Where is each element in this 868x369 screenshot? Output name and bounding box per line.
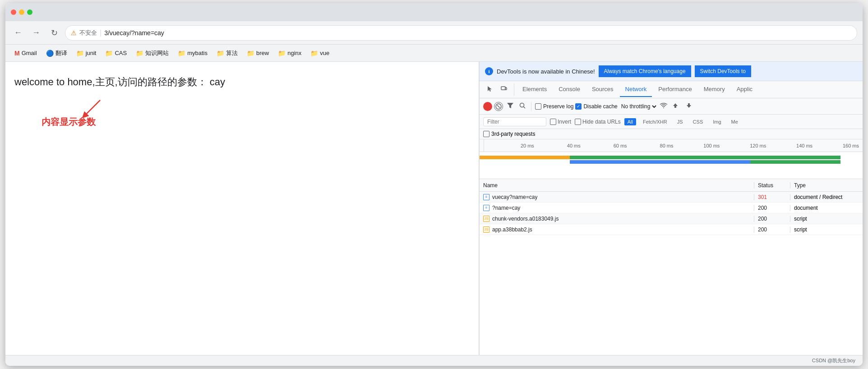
tick-80ms: 80 ms <box>627 143 674 148</box>
network-table: Name Status Type ≡ vuecay?name=cay 301 d… <box>480 179 863 355</box>
invert-checkbox[interactable] <box>550 119 556 125</box>
third-party-label[interactable]: 3rd-party requests <box>483 131 535 137</box>
forward-button[interactable]: → <box>29 26 43 40</box>
bookmark-mybatis[interactable]: 📁 mybatis <box>174 48 211 59</box>
url-display: 3/vuecay/?name=cay <box>104 29 164 37</box>
disable-cache-checkbox[interactable]: ✓ <box>575 103 582 110</box>
hide-data-urls-label[interactable]: Hide data URLs <box>575 119 621 125</box>
tick-120ms: 120 ms <box>720 143 766 148</box>
folder-icon: 📁 <box>278 50 286 57</box>
folder-icon: 📁 <box>76 50 84 57</box>
switch-devtools-button[interactable]: Switch DevTools to <box>695 65 751 77</box>
filter-bar: Invert Hide data URLs All Fetch/XHR JS C… <box>480 115 863 129</box>
match-language-button[interactable]: Always match Chrome's language <box>599 65 691 77</box>
cell-name-3: JS chunk-vendors.a0183049.js <box>480 216 754 222</box>
cell-status-2: 200 <box>754 205 790 211</box>
devices-icon-button[interactable] <box>498 83 510 96</box>
upload-icon-button[interactable] <box>669 101 681 112</box>
tab-sources[interactable]: Sources <box>586 82 619 97</box>
preserve-log-checkbox-label[interactable]: Preserve log <box>535 103 573 110</box>
tick-60ms: 60 ms <box>581 143 627 148</box>
file-name-4: app.a38bbab2.js <box>492 226 532 233</box>
filter-js-button[interactable]: JS <box>674 118 686 125</box>
svg-point-6 <box>520 103 524 107</box>
online-icon <box>660 102 668 111</box>
tab-network[interactable]: Network <box>620 82 652 97</box>
filter-media-button[interactable]: Me <box>728 118 741 125</box>
filter-input[interactable] <box>483 117 546 126</box>
reload-button[interactable]: ↻ <box>47 26 61 40</box>
tab-performance[interactable]: Performance <box>653 82 697 97</box>
header-status: Status <box>754 182 790 189</box>
cursor-icon-button[interactable] <box>483 83 496 96</box>
throttle-select[interactable]: No throttling <box>619 103 658 110</box>
table-row[interactable]: ≡ vuecay?name=cay 301 document / Redirec… <box>480 192 863 203</box>
table-row[interactable]: JS app.a38bbab2.js 200 script <box>480 224 863 235</box>
cell-type-4: script <box>790 226 863 233</box>
security-text: 不安全 <box>79 29 97 37</box>
footer-bar: CSDN @凯先生boy <box>5 355 863 366</box>
filter-img-button[interactable]: Img <box>710 118 724 125</box>
filter-all-button[interactable]: All <box>624 118 636 125</box>
bookmark-gmail[interactable]: M Gmail <box>11 48 41 59</box>
file-name-3: chunk-vendors.a0183049.js <box>492 216 559 222</box>
timeline-bar-blue <box>570 160 750 164</box>
info-icon: i <box>485 67 493 75</box>
bookmark-translate[interactable]: 🔵 翻译 <box>42 47 71 59</box>
filter-button[interactable] <box>505 101 516 112</box>
filter-fetch-xhr-button[interactable]: Fetch/XHR <box>640 118 670 125</box>
disable-cache-checkbox-label[interactable]: ✓ Disable cache <box>575 103 617 110</box>
tab-memory[interactable]: Memory <box>698 82 730 97</box>
devtools-network-toolbar: Preserve log ✓ Disable cache No throttli… <box>480 98 863 115</box>
cell-type-1: document / Redirect <box>790 194 863 200</box>
tab-elements[interactable]: Elements <box>517 82 552 97</box>
preserve-log-checkbox[interactable] <box>535 103 541 110</box>
clear-button[interactable] <box>494 102 503 111</box>
bookmark-vue[interactable]: 📁 vue <box>307 48 333 59</box>
tick-40ms: 40 ms <box>534 143 581 148</box>
record-button[interactable] <box>483 102 492 111</box>
js-icon: JS <box>483 216 489 222</box>
preserve-log-text: Preserve log <box>543 103 573 110</box>
download-icon-button[interactable] <box>683 101 695 112</box>
doc-icon: ≡ <box>483 194 489 200</box>
table-header: Name Status Type <box>480 179 863 192</box>
filter-css-button[interactable]: CSS <box>690 118 706 125</box>
bookmark-cas[interactable]: 📁 CAS <box>102 48 130 59</box>
timeline-bar-green <box>570 156 840 159</box>
bookmark-brew[interactable]: 📁 brew <box>243 48 272 59</box>
footer-credit: CSDN @凯先生boy <box>812 357 855 364</box>
file-name-1: vuecay?name=cay <box>492 194 537 200</box>
search-button[interactable] <box>517 101 527 111</box>
maximize-button[interactable] <box>27 9 32 15</box>
bookmark-nginx[interactable]: 📁 nginx <box>274 48 305 59</box>
table-row[interactable]: JS chunk-vendors.a0183049.js 200 script <box>480 213 863 224</box>
third-party-checkbox[interactable] <box>483 131 489 137</box>
hide-data-urls-checkbox[interactable] <box>575 119 581 125</box>
bookmark-knowledge[interactable]: 📁 知识网站 <box>132 47 172 59</box>
bookmark-label: junit <box>86 50 97 56</box>
folder-icon: 📁 <box>178 50 185 57</box>
address-bar[interactable]: ⚠ 不安全 | 3/vuecay/?name=cay <box>65 25 857 41</box>
invert-checkbox-label[interactable]: Invert <box>550 119 571 125</box>
close-button[interactable] <box>11 9 16 15</box>
folder-icon: 📁 <box>105 50 113 57</box>
timeline-bar-area <box>480 152 863 179</box>
tab-console[interactable]: Console <box>553 82 586 97</box>
bookmark-algorithm[interactable]: 📁 算法 <box>213 47 241 59</box>
devtools-icon-buttons <box>483 83 514 96</box>
svg-rect-2 <box>505 88 507 90</box>
minimize-button[interactable] <box>19 9 24 15</box>
url-separator: | <box>100 29 102 37</box>
bookmark-label: 知识网站 <box>145 49 169 57</box>
hide-data-urls-text: Hide data URLs <box>582 119 621 125</box>
file-name-2: ?name=cay <box>492 205 520 211</box>
back-button[interactable]: ← <box>11 26 25 40</box>
gmail-icon: M <box>14 50 20 57</box>
devtools-tabs-bar: Elements Console Sources Network Perform… <box>480 81 863 98</box>
devtools-info-bar: i DevTools is now available in Chinese! … <box>480 62 863 81</box>
bookmark-junit[interactable]: 📁 junit <box>73 48 100 59</box>
tab-application[interactable]: Applic <box>731 82 758 97</box>
table-row[interactable]: ≡ ?name=cay 200 document <box>480 203 863 213</box>
devtools-info-message: DevTools is now available in Chinese! <box>497 68 595 75</box>
